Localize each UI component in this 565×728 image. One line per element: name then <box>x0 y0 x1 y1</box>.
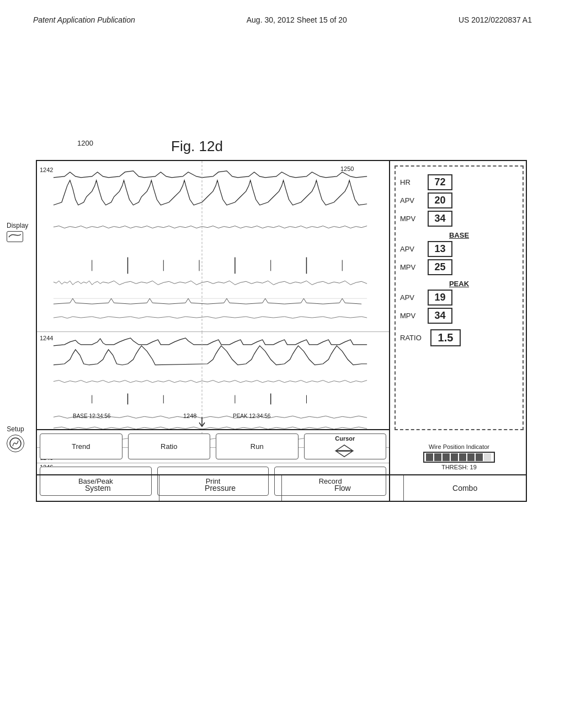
label-1248: 1248 <box>183 413 196 419</box>
mpv-value: 34 <box>428 211 452 227</box>
peak-mpv-row: MPV 34 <box>400 308 518 324</box>
run-button[interactable]: Run <box>216 433 299 459</box>
svg-marker-19 <box>336 445 353 451</box>
wire-indicator-area: Wire Position Indicator THRESH: 19 <box>395 443 524 470</box>
right-panel: HR 72 APV 20 MPV 34 BASE APV 13 MPV 25 <box>390 161 528 501</box>
wire-segment-4 <box>451 453 458 461</box>
base-apv-label: APV <box>400 245 428 253</box>
hr-label: HR <box>400 178 428 186</box>
mpv-row: MPV 34 <box>400 211 518 227</box>
base-label: BASE 12:34:56 <box>73 413 110 419</box>
ratio-value: 1.5 <box>430 329 461 346</box>
peak-mpv-value: 34 <box>428 308 452 324</box>
bottom-tabs: System Pressure Flow Combo <box>37 474 526 501</box>
figure-number-label: 1200 <box>77 138 93 148</box>
peak-apv-row: APV 19 <box>400 290 518 306</box>
ratio-label: RATIO <box>400 334 430 342</box>
ratio-row: RATIO 1.5 <box>400 329 518 346</box>
figure-title: Fig. 12d <box>171 138 223 155</box>
figure-ref-number: 1200 <box>77 139 93 147</box>
trend-button[interactable]: Trend <box>40 433 122 459</box>
tab-pressure[interactable]: Pressure <box>159 475 282 501</box>
svg-marker-20 <box>336 451 353 457</box>
header-patent-number: US 2012/0220837 A1 <box>459 15 532 24</box>
base-section-title: BASE <box>400 231 518 239</box>
tab-flow[interactable]: Flow <box>282 475 404 501</box>
tab-combo[interactable]: Combo <box>404 475 526 501</box>
readings-box: HR 72 APV 20 MPV 34 BASE APV 13 MPV 25 <box>395 165 524 430</box>
setup-text: Setup <box>7 425 24 433</box>
cursor-button[interactable]: Cursor <box>304 433 387 459</box>
waveform-top <box>37 161 389 332</box>
base-apv-row: APV 13 <box>400 241 518 257</box>
apv-value: 20 <box>428 192 452 208</box>
wire-thresh-label: THRESH: 19 <box>395 464 524 470</box>
cursor-arrows <box>334 443 355 458</box>
left-panel: 1242 1250 <box>37 161 390 501</box>
peak-section-title: PEAK <box>400 280 518 288</box>
tab-system[interactable]: System <box>37 475 159 501</box>
base-mpv-row: MPV 25 <box>400 259 518 275</box>
wire-segment-6 <box>467 453 475 461</box>
waveform-top-svg <box>37 161 389 331</box>
display-text: Display <box>7 222 28 229</box>
wire-bar-container <box>423 452 495 463</box>
peak-mpv-label: MPV <box>400 312 428 320</box>
peak-apv-value: 19 <box>428 290 452 306</box>
wire-segment-2 <box>434 453 441 461</box>
hr-value: 72 <box>428 174 452 190</box>
apv-label: APV <box>400 196 428 205</box>
header-publication: Patent Application Publication <box>33 15 135 24</box>
peak-apv-label: APV <box>400 293 428 302</box>
wire-segment-8 <box>484 453 491 461</box>
diagram-container: 1242 1250 <box>36 160 527 502</box>
display-icon <box>7 231 23 242</box>
header-date-sheet: Aug. 30, 2012 Sheet 15 of 20 <box>247 15 347 24</box>
cursor-label: Cursor <box>335 435 355 442</box>
wire-segment-1 <box>426 453 433 461</box>
peak-label: PEAK 12:34:56 <box>233 413 270 419</box>
buttons-row-top: Trend Ratio Run Cursor <box>37 430 389 463</box>
page-header: Patent Application Publication Aug. 30, … <box>33 15 532 24</box>
setup-label-container: Setup <box>7 425 24 452</box>
setup-icon <box>7 435 24 452</box>
ratio-button[interactable]: Ratio <box>128 433 211 459</box>
display-label-container: Display <box>7 222 28 242</box>
wire-indicator-label: Wire Position Indicator <box>395 443 524 450</box>
base-mpv-label: MPV <box>400 263 428 271</box>
wire-segment-5 <box>459 453 466 461</box>
mpv-label: MPV <box>400 215 428 223</box>
base-mpv-value: 25 <box>428 259 452 275</box>
hr-row: HR 72 <box>400 174 518 190</box>
wire-segment-7 <box>476 453 483 461</box>
wire-segment-3 <box>443 453 450 461</box>
apv-row: APV 20 <box>400 192 518 208</box>
base-apv-value: 13 <box>428 241 452 257</box>
